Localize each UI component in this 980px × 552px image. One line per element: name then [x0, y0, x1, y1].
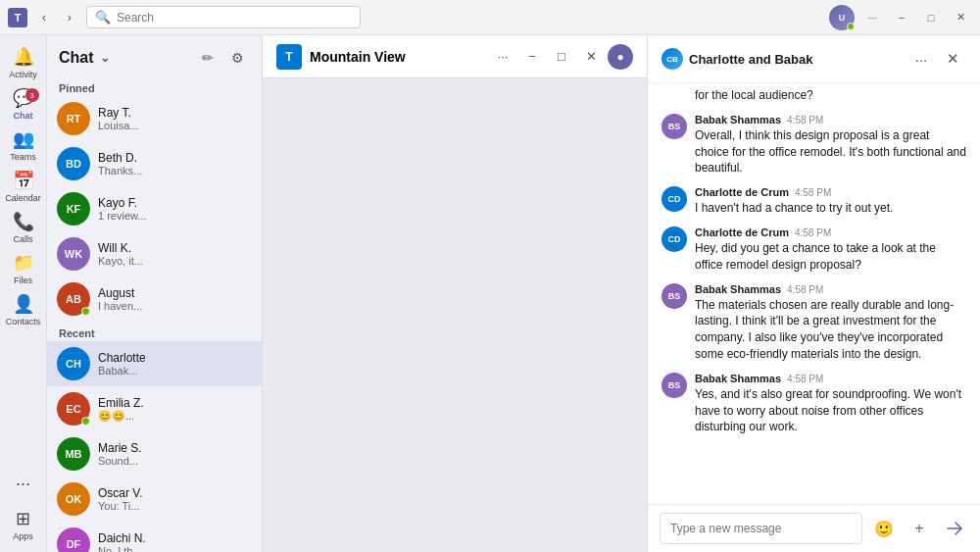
- minimize-button[interactable]: −: [890, 6, 913, 29]
- floating-minimize-button[interactable]: −: [519, 44, 545, 70]
- message-text: The materials chosen are really durable …: [695, 297, 966, 363]
- chat-preview: Babak...: [98, 365, 252, 376]
- right-panel: CB Charlotte and Babak ··· ✕ for the loc…: [647, 35, 980, 552]
- mountain-view-icon: T: [276, 44, 302, 70]
- chat-name: Kayo F.: [98, 196, 252, 210]
- add-button[interactable]: +: [906, 515, 933, 542]
- list-item[interactable]: BD Beth D. Thanks...: [47, 141, 262, 186]
- chat-preview: I haven...: [98, 300, 252, 312]
- chat-info: Daichi N. No, I th...: [98, 531, 252, 552]
- message-avatar: CD: [662, 226, 687, 252]
- sidebar-item-chat[interactable]: 💬 Chat 3: [4, 84, 43, 124]
- forward-button[interactable]: ›: [59, 7, 80, 28]
- chat-info: Marie S. Sound...: [98, 441, 252, 467]
- right-panel-close-button[interactable]: ✕: [939, 45, 966, 73]
- chat-name: Marie S.: [98, 441, 252, 455]
- calls-icon: 📞: [13, 211, 34, 232]
- chat-preview: 1 review...: [98, 210, 252, 222]
- search-bar[interactable]: 🔍: [86, 6, 361, 28]
- floating-avatar: ●: [608, 44, 633, 70]
- app-container: T ‹ › 🔍 U ··· − □ ✕ 🔔 A: [0, 0, 980, 552]
- chat-info: Emilia Z. 😊😊...: [98, 396, 252, 423]
- back-button[interactable]: ‹: [33, 7, 55, 28]
- message-time: 4:58 PM: [787, 374, 823, 384]
- close-button[interactable]: ✕: [949, 6, 972, 29]
- sidebar-item-apps[interactable]: ⊞ Apps: [4, 505, 43, 544]
- list-item[interactable]: KF Kayo F. 1 review...: [47, 186, 262, 231]
- sidebar-item-calendar[interactable]: 📅 Calendar: [4, 167, 43, 206]
- message-content: Babak Shammas 4:58 PM The materials chos…: [695, 283, 966, 363]
- search-icon: 🔍: [95, 10, 111, 25]
- message-sender: Babak Shammas: [695, 283, 781, 295]
- messages-list: for the local audience? BS Babak Shammas…: [648, 83, 980, 504]
- list-item[interactable]: WK Will K. Kayo, it...: [47, 231, 262, 276]
- teams-icon: 👥: [13, 128, 34, 150]
- floating-window-actions: ··· − □ ✕ ●: [490, 44, 633, 70]
- activity-label: Activity: [9, 70, 37, 79]
- chat-preview: Sound...: [98, 455, 252, 467]
- floating-more-button[interactable]: ···: [490, 44, 515, 70]
- chat-list-title[interactable]: Chat ⌄: [59, 49, 110, 67]
- user-avatar[interactable]: U: [829, 5, 855, 30]
- message-text: Overall, I think this design proposal is…: [695, 127, 966, 176]
- sidebar-item-contacts[interactable]: 👤 Contacts: [4, 290, 43, 329]
- chat-name: Will K.: [98, 241, 252, 255]
- status-dot: [847, 23, 855, 30]
- sidebar-item-more[interactable]: ···: [4, 464, 43, 503]
- teams-label: Teams: [10, 152, 36, 162]
- activity-icon: 🔔: [13, 46, 34, 68]
- message-header: Babak Shammas 4:58 PM: [695, 373, 966, 384]
- chat-name: Daichi N.: [98, 531, 252, 545]
- message-input-area: 🙂 +: [648, 504, 980, 552]
- new-chat-button[interactable]: ✏: [195, 45, 220, 71]
- emoji-button[interactable]: 🙂: [870, 515, 898, 542]
- right-panel-actions: ··· ✕: [907, 45, 966, 73]
- sidebar-item-files[interactable]: 📁 Files: [4, 249, 43, 288]
- main-content: 🔔 Activity 💬 Chat 3 👥 Teams 📅 Calendar 📞…: [0, 35, 980, 552]
- chevron-down-icon: ⌄: [100, 51, 110, 65]
- right-panel-title: CB Charlotte and Babak: [662, 48, 812, 70]
- list-item[interactable]: EC Emilia Z. 😊😊...: [47, 386, 262, 431]
- sidebar-item-activity[interactable]: 🔔 Activity: [4, 43, 43, 82]
- list-item[interactable]: CH Charlotte Babak...: [47, 341, 262, 386]
- avatar: DF: [57, 527, 90, 552]
- avatar: CH: [57, 347, 90, 380]
- list-item[interactable]: OK Oscar V. You: Ti...: [47, 477, 262, 522]
- list-item[interactable]: DF Daichi N. No, I th...: [47, 522, 262, 552]
- filter-button[interactable]: ⚙: [224, 45, 250, 71]
- chat-items: Pinned RT Ray T. Louisa... BD Beth D. Th…: [47, 76, 262, 552]
- list-item[interactable]: RT Ray T. Louisa...: [47, 96, 262, 141]
- chat-title-text: Chat: [59, 49, 94, 67]
- list-item[interactable]: MB Marie S. Sound...: [47, 431, 262, 477]
- chat-preview: Kayo, it...: [98, 255, 252, 267]
- right-panel-more-button[interactable]: ···: [907, 45, 935, 73]
- sidebar-item-calls[interactable]: 📞 Calls: [4, 208, 43, 247]
- avatar: EC: [57, 392, 90, 426]
- message-time: 4:58 PM: [787, 284, 823, 295]
- right-panel-header: CB Charlotte and Babak ··· ✕: [648, 35, 980, 83]
- send-button[interactable]: [941, 515, 968, 542]
- message-sender: Charlotte de Crum: [695, 186, 789, 198]
- more-button[interactable]: ···: [860, 6, 884, 29]
- search-input[interactable]: [117, 11, 352, 25]
- message-input[interactable]: [660, 513, 862, 544]
- maximize-button[interactable]: □: [919, 6, 943, 29]
- chat-preview: No, I th...: [98, 545, 252, 552]
- online-status-dot: [81, 307, 90, 316]
- chat-name: Beth D.: [98, 151, 252, 165]
- title-bar-left: T ‹ › 🔍: [8, 6, 829, 28]
- more-icon: ···: [16, 474, 30, 494]
- sidebar-item-teams[interactable]: 👥 Teams: [4, 125, 43, 165]
- message-content: Charlotte de Crum 4:58 PM I haven't had …: [695, 186, 966, 217]
- floating-close-button[interactable]: ✕: [578, 44, 604, 70]
- floating-window-title: T Mountain View: [276, 44, 406, 70]
- teams-logo: T: [8, 8, 27, 27]
- chat-info: Beth D. Thanks...: [98, 151, 252, 176]
- plain-message: for the local audience?: [662, 87, 966, 104]
- pinned-label: Pinned: [47, 76, 262, 96]
- chat-info: August I haven...: [98, 286, 252, 312]
- floating-maximize-button[interactable]: □: [549, 44, 574, 70]
- list-item[interactable]: AB August I haven...: [47, 276, 262, 322]
- chat-preview: You: Ti...: [98, 500, 252, 512]
- avatar: RT: [57, 102, 90, 135]
